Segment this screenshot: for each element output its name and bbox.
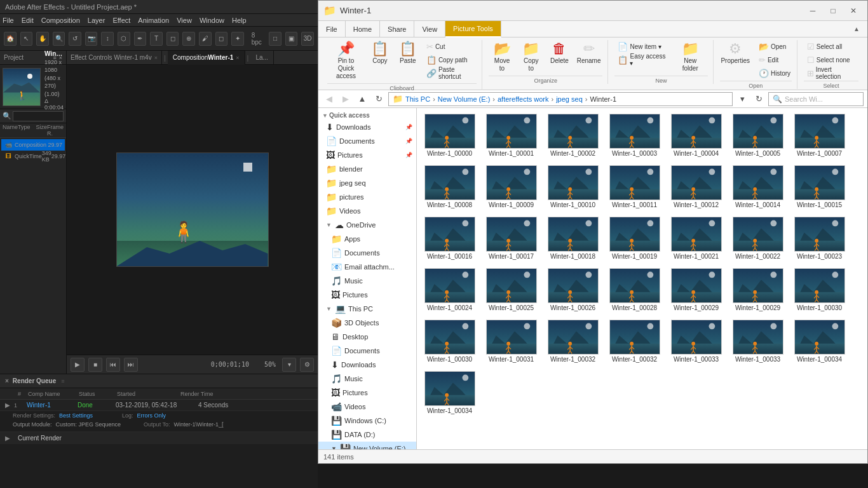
history-btn[interactable]: 🕐 History [756,67,794,79]
address-refresh2[interactable]: ↻ [752,92,766,106]
file-item[interactable]: Winter-1_00018 [543,214,603,264]
project-item-winter1[interactable]: 📹 Winter-1 Composition 29.97 [1,139,65,151]
rq-close[interactable]: × [5,377,9,384]
easy-access-btn[interactable]: 📋 Easy access ▾ [614,53,670,66]
project-search-input[interactable] [13,111,64,121]
sidebar-item-downloads2[interactable]: ⬇ Downloads [318,358,416,372]
addr-jpeg-seq[interactable]: jpeg seq [556,95,583,103]
file-item[interactable]: Winter-1_00026 [543,265,603,315]
addr-new-volume[interactable]: New Volume (E:) [438,95,491,103]
toolbar-pan[interactable]: ↕ [101,32,114,46]
toolbar-puppet[interactable]: ✦ [231,32,244,46]
file-item[interactable]: Winter-1_00030 [789,265,850,315]
toolbar-brush[interactable]: 🖌 [199,32,212,46]
file-item[interactable]: Winter-1_00000 [419,111,480,161]
rq-om-value[interactable]: Custom: JPEG Sequence [56,421,121,428]
toolbar-zoom[interactable]: 🔍 [53,32,65,46]
rq-menu[interactable]: ≡ [61,378,64,384]
ribbon-tab-view[interactable]: View [414,21,445,37]
rq-output-path[interactable]: Winter-1\Winter-1_[ [173,421,223,428]
sidebar-item-3d[interactable]: 📦 3D Objects [318,316,416,330]
open-btn[interactable]: 📂 Open [756,40,794,53]
sidebar-item-email[interactable]: 📧 Email attachm... [318,260,416,274]
sidebar-item-music[interactable]: 🎵 Music [318,274,416,288]
toolbar-home[interactable]: 🏠 [4,32,17,46]
file-item[interactable]: Winter-1_00008 [419,162,480,212]
file-item[interactable]: Winter-1_00017 [481,214,541,264]
file-item[interactable]: Winter-1_00012 [666,162,726,212]
toolbar-cam[interactable]: 📷 [85,32,98,46]
file-item[interactable]: Winter-1_00034 [419,368,480,418]
rename-btn[interactable]: ✏ Rename [574,40,602,67]
sidebar-item-documents2[interactable]: 📄 Documents [318,246,416,260]
file-item[interactable]: Winter-1_00011 [604,162,665,212]
file-item[interactable]: Winter-1_00014 [728,162,788,212]
file-item[interactable]: Winter-1_00024 [419,265,480,315]
copy-path-btn[interactable]: 📋 Copy path [423,53,477,66]
file-item[interactable]: Winter-1_00003 [604,111,665,161]
new-folder-btn[interactable]: 📁 New folder [673,40,708,74]
cut-btn[interactable]: ✂ Cut [423,40,477,53]
sidebar-item-downloads-quick[interactable]: ⬇ Downloads 📌 [318,120,416,134]
file-item[interactable]: Winter-1_00015 [789,162,850,212]
sidebar-item-desktop[interactable]: 🖥 Desktop [318,330,416,344]
ribbon-collapse-btn[interactable]: ▲ [846,21,867,37]
sidebar-item-c-drive[interactable]: 💾 Windows (C:) [318,414,416,428]
copy-btn[interactable]: 📋 Copy [367,40,393,67]
sidebar-item-d-drive[interactable]: 💾 DATA (D:) [318,428,416,442]
back-btn[interactable]: ◀ [322,92,336,106]
menu-help[interactable]: Help [232,17,247,24]
ribbon-tab-home[interactable]: Home [346,21,380,37]
preview-next[interactable]: ⏭ [124,358,138,372]
toolbar-3d[interactable]: 3D [301,32,314,46]
sidebar-item-pictures4[interactable]: 🖼 Pictures [318,386,416,400]
menu-layer[interactable]: Layer [88,17,105,24]
paste-btn[interactable]: 📋 Paste [395,40,421,67]
composition-tab[interactable]: Composition Winter-1 × [168,51,245,65]
move-to-btn[interactable]: 📂 Move to [489,40,515,74]
zoom-select[interactable]: ▾ [282,358,296,372]
effect-controls-close[interactable]: × [154,55,158,61]
rq-log-value[interactable]: Errors Only [137,412,166,419]
file-item[interactable]: Winter-1_00033 [728,316,788,367]
sidebar-item-documents3[interactable]: 📄 Documents [318,344,416,358]
menu-file[interactable]: File [3,17,14,24]
addr-this-pc[interactable]: This PC [405,95,430,103]
file-item[interactable]: Winter-1_00002 [543,111,603,161]
toolbar-clone[interactable]: ⊕ [182,32,195,46]
sidebar-item-pictures2[interactable]: 📁 pictures [318,190,416,204]
file-item[interactable]: Winter-1_00005 [728,111,788,161]
maximize-button[interactable]: □ [824,4,842,17]
toolbar-select[interactable]: ↖ [20,32,33,46]
file-item[interactable]: Winter-1_00019 [604,214,665,264]
current-render-expand[interactable]: ▶ [5,435,10,442]
rq-expand-btn[interactable]: ▶ [5,402,14,409]
file-item[interactable]: Winter-1_00007 [789,111,850,161]
file-item[interactable]: Winter-1_00034 [789,316,850,367]
project-item-winter1m4v[interactable]: 🎞 Winter-1.m4v QuickTime 349 KB 29.97 [1,151,65,162]
preview-play[interactable]: ▶ [71,358,85,372]
file-item[interactable]: Winter-1_00028 [604,265,665,315]
file-item[interactable]: Winter-1_00032 [543,316,603,367]
addr-ae-work[interactable]: aftereffects work [498,95,549,103]
select-none-btn[interactable]: ☐ Select none [804,53,858,66]
toolbar-pen[interactable]: ✒ [134,32,147,46]
file-item[interactable]: Winter-1_00022 [728,214,788,264]
menu-window[interactable]: Window [200,17,224,24]
copy-to-btn[interactable]: 📁 Copy to [518,40,544,74]
file-item[interactable]: Winter-1_00004 [666,111,726,161]
sidebar-item-videos[interactable]: 📁 Videos [318,204,416,218]
sidebar-item-apps[interactable]: 📁 Apps [318,232,416,246]
select-all-btn[interactable]: ☑ Select all [804,40,858,53]
file-item[interactable]: Winter-1_00029 [728,265,788,315]
minimize-button[interactable]: ─ [804,4,822,17]
sidebar-item-videos2[interactable]: 📹 Videos [318,400,416,414]
this-pc-expand[interactable]: ▼ [326,306,332,312]
file-item[interactable]: Winter-1_00032 [604,316,665,367]
onedrive-expand[interactable]: ▼ [326,222,332,228]
sidebar-item-jpeg-seq[interactable]: 📁 jpeg seq [318,176,416,190]
pin-to-quick-btn[interactable]: 📌 Pin to Quickaccess [327,40,365,82]
refresh-btn[interactable]: ↻ [372,92,386,106]
file-item[interactable]: Winter-1_00025 [481,265,541,315]
preview-settings[interactable]: ⚙ [300,358,314,372]
